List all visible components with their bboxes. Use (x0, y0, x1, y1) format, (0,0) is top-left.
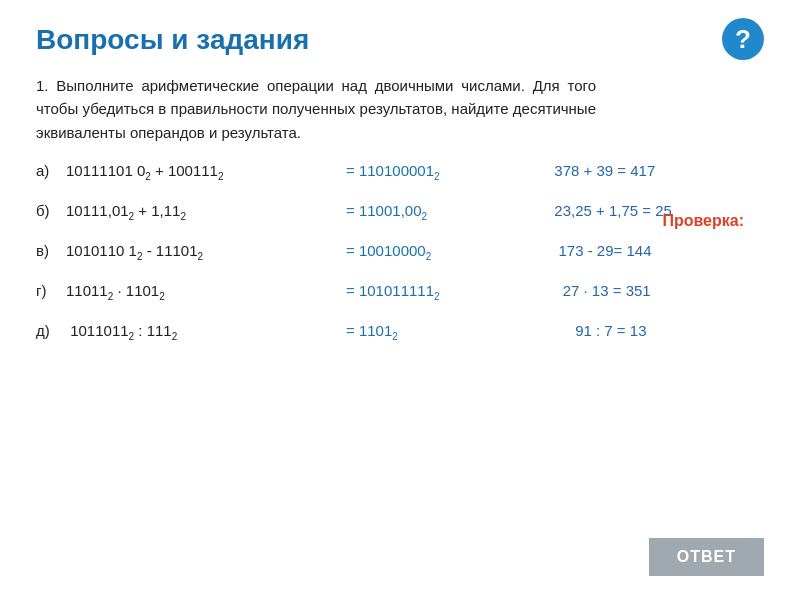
page: ? Вопросы и задания 1. Выполните арифмет… (0, 0, 800, 600)
prob-expr-d: 10110112 : 1112 (66, 320, 346, 344)
problem-row-a: а) 10111101 02 + 1001112 = 1101000012 37… (36, 160, 764, 184)
prob-check-d: 91 : 7 = 13 (546, 320, 646, 343)
prob-label-v: в) (36, 240, 66, 263)
question-mark: ? (735, 24, 751, 55)
prob-result-a: = 1101000012 (346, 160, 546, 184)
prob-expr-v: 1010110 12 - 111012 (66, 240, 346, 264)
prob-result-v: = 100100002 (346, 240, 546, 264)
prob-check-g: 27 · 13 = 351 (546, 280, 651, 303)
question-icon: ? (722, 18, 764, 60)
problems-area: а) 10111101 02 + 1001112 = 1101000012 37… (36, 160, 764, 344)
prob-label-d: д) (36, 320, 66, 343)
prob-check-b: 23,25 + 1,75 = 25 (546, 200, 672, 223)
prob-check-a: 378 + 39 = 417 (546, 160, 655, 183)
prob-label-a: а) (36, 160, 66, 183)
prob-expr-g: 110112 · 11012 (66, 280, 346, 304)
description-text: 1. Выполните арифметические операции над… (36, 74, 596, 144)
problem-row-v: в) 1010110 12 - 111012 = 100100002 173 -… (36, 240, 764, 264)
prob-label-b: б) (36, 200, 66, 223)
prob-label-g: г) (36, 280, 66, 303)
check-label: Проверка: (662, 212, 744, 230)
prob-result-g: = 1010111112 (346, 280, 546, 304)
prob-expr-a: 10111101 02 + 1001112 (66, 160, 346, 184)
prob-check-v: 173 - 29= 144 (546, 240, 652, 263)
prob-expr-b: 10111,012 + 1,112 (66, 200, 346, 224)
problem-row-g: г) 110112 · 11012 = 1010111112 27 · 13 =… (36, 280, 764, 304)
answer-button[interactable]: ОТВЕТ (649, 538, 764, 576)
page-title: Вопросы и задания (36, 24, 764, 56)
prob-result-b: = 11001,002 (346, 200, 546, 224)
problem-row-d: д) 10110112 : 1112 = 11012 91 : 7 = 13 (36, 320, 764, 344)
problem-row-b: б) 10111,012 + 1,112 = 11001,002 23,25 +… (36, 200, 764, 224)
prob-result-d: = 11012 (346, 320, 546, 344)
